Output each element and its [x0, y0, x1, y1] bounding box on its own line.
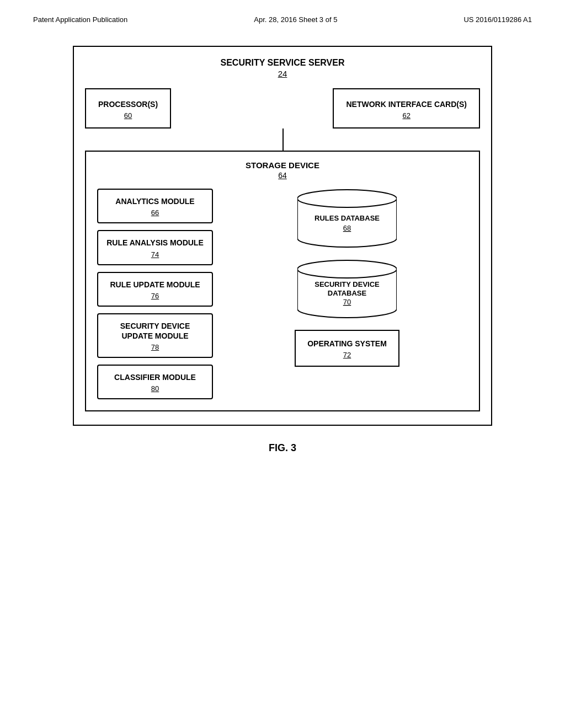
- modules-column: ANALYTICS MODULE 66 RULE ANALYSIS MODULE…: [97, 189, 213, 399]
- rule-update-module-title: RULE UPDATE MODULE: [106, 280, 204, 290]
- top-row: PROCESSOR(S) 60 NETWORK INTERFACE CARD(S…: [85, 88, 480, 129]
- svg-point-3: [297, 190, 397, 207]
- processor-box: PROCESSOR(S) 60: [85, 88, 171, 129]
- storage-device-title: STORAGE DEVICE: [97, 160, 468, 170]
- processor-id: 60: [98, 111, 158, 120]
- classifier-module-id: 80: [106, 384, 204, 393]
- rule-analysis-module-box: RULE ANALYSIS MODULE 74: [97, 230, 213, 265]
- analytics-module-id: 66: [106, 208, 204, 217]
- figure-caption: FIG. 3: [269, 442, 296, 454]
- operating-system-box: OPERATING SYSTEM 72: [295, 330, 399, 367]
- operating-system-title: OPERATING SYSTEM: [305, 339, 390, 349]
- storage-inner: ANALYTICS MODULE 66 RULE ANALYSIS MODULE…: [97, 189, 468, 399]
- svg-text:DATABASE: DATABASE: [328, 289, 367, 297]
- nic-id: 62: [346, 111, 467, 120]
- security-device-database-cylinder: SECURITY DEVICE DATABASE 70: [295, 259, 399, 320]
- header-right: US 2016/0119286 A1: [463, 15, 532, 24]
- nic-title: NETWORK INTERFACE CARD(S): [346, 99, 467, 109]
- header-center: Apr. 28, 2016 Sheet 3 of 5: [254, 15, 337, 24]
- rules-database-cylinder: RULES DATABASE 68: [295, 189, 399, 249]
- security-service-server-title: SECURITY SERVICE SERVER: [85, 58, 480, 68]
- classifier-module-box: CLASSIFIER MODULE 80: [97, 365, 213, 399]
- analytics-module-title: ANALYTICS MODULE: [106, 196, 204, 206]
- rule-analysis-module-title: RULE ANALYSIS MODULE: [106, 238, 204, 248]
- rules-database-svg: RULES DATABASE 68: [297, 189, 397, 249]
- security-service-server-box: SECURITY SERVICE SERVER 24 PROCESSOR(S) …: [73, 46, 492, 426]
- security-device-update-module-title: SECURITY DEVICE UPDATE MODULE: [106, 321, 204, 341]
- rule-analysis-module-id: 74: [106, 250, 204, 259]
- analytics-module-box: ANALYTICS MODULE 66: [97, 189, 213, 223]
- security-device-database-svg: SECURITY DEVICE DATABASE 70: [297, 259, 397, 320]
- header-left: Patent Application Publication: [33, 15, 127, 24]
- svg-text:SECURITY DEVICE: SECURITY DEVICE: [315, 280, 380, 288]
- storage-device-box: STORAGE DEVICE 64 ANALYTICS MODULE 66 RU…: [85, 151, 480, 411]
- diagram-container: SECURITY SERVICE SERVER 24 PROCESSOR(S) …: [0, 29, 565, 465]
- svg-text:70: 70: [343, 298, 351, 306]
- security-service-server-id: 24: [85, 69, 480, 78]
- rule-update-module-id: 76: [106, 292, 204, 300]
- svg-text:RULES DATABASE: RULES DATABASE: [315, 214, 380, 222]
- databases-column: RULES DATABASE 68 SECURITY DEVICE: [226, 189, 468, 367]
- security-device-update-module-box: SECURITY DEVICE UPDATE MODULE 78: [97, 313, 213, 358]
- nic-box: NETWORK INTERFACE CARD(S) 62: [333, 88, 480, 129]
- connector-line: [282, 129, 284, 151]
- svg-text:68: 68: [343, 224, 351, 232]
- processor-title: PROCESSOR(S): [98, 99, 158, 109]
- connector-area: [85, 129, 480, 151]
- storage-device-id: 64: [97, 171, 468, 180]
- rule-update-module-box: RULE UPDATE MODULE 76: [97, 272, 213, 307]
- operating-system-id: 72: [305, 351, 390, 359]
- security-device-update-module-id: 78: [106, 343, 204, 351]
- patent-header: Patent Application Publication Apr. 28, …: [0, 0, 565, 29]
- classifier-module-title: CLASSIFIER MODULE: [106, 372, 204, 382]
- svg-point-9: [297, 260, 397, 278]
